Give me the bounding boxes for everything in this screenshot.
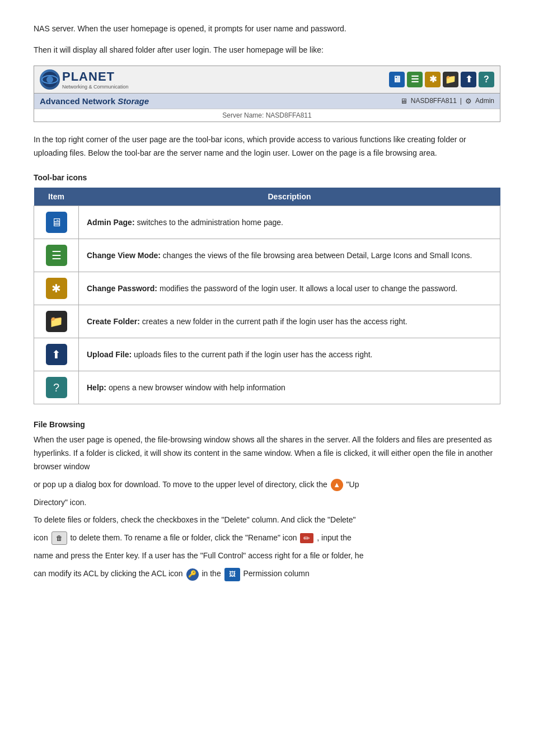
description-text: In the top right corner of the user page… <box>34 133 500 160</box>
acl-icon-inline: 🔑 <box>186 568 199 581</box>
toolbar-icon-view: ☰ <box>34 239 79 272</box>
toolbar-desc-password: Change Password: modifies the password o… <box>79 272 500 305</box>
toolbar-desc-view: Change View Mode: changes the views of t… <box>79 239 500 272</box>
file-browsing-para5: icon 🗑 to delete them. To rename a file … <box>34 531 500 545</box>
intro-line2: Then it will display all shared folder a… <box>34 44 500 56</box>
toolbar-icon-folder: 📁 <box>34 305 79 338</box>
file-browsing-para4: To delete files or folders, check the ch… <box>34 514 500 527</box>
homepage-preview-box: PLANET Networking & Communication 🖥 ☰ ✱ … <box>34 66 500 122</box>
admin-icon-box: 🖥 <box>46 212 67 233</box>
toolbar-table-row: ?Help: opens a new browser window with h… <box>34 371 500 404</box>
tb-help-icon: ? <box>479 72 494 87</box>
file-browsing-para2: or pop up a dialog box for download. To … <box>34 478 500 492</box>
toolbar-icon-help: ? <box>34 371 79 404</box>
file-browsing-para6: name and press the Enter key. If a user … <box>34 549 500 563</box>
planet-logo: PLANET Networking & Communication <box>40 69 129 90</box>
up-directory-icon: ▲ <box>331 479 343 491</box>
file-browsing-title: File Browsing <box>34 420 500 429</box>
file-browsing-para1: When the user page is opened, the file-b… <box>34 433 500 473</box>
svg-point-2 <box>46 76 53 83</box>
toolbar-table-row: 🖥Admin Page: switches to the administrat… <box>34 206 500 239</box>
toolbar-desc-folder: Create Folder: creates a new folder in t… <box>79 305 500 338</box>
upload-icon-box: ⬆ <box>46 344 67 365</box>
tb-view-icon: ☰ <box>407 72 423 87</box>
file-browsing-para7: can modify its ACL by clicking the ACL i… <box>34 567 500 581</box>
homepage-header: PLANET Networking & Communication 🖥 ☰ ✱ … <box>34 66 500 94</box>
toolbar-icon-admin: 🖥 <box>34 206 79 239</box>
tb-admin-icon: 🖥 <box>389 72 405 87</box>
tb-upload-icon: ⬆ <box>461 72 476 87</box>
file-browsing-para3: Directory" icon. <box>34 496 500 510</box>
toolbar-desc-help: Help: opens a new browser window with he… <box>79 371 500 404</box>
toolbar-table-row: ☰Change View Mode: changes the views of … <box>34 239 500 272</box>
homepage-title: Advanced Network Storage <box>40 96 149 106</box>
homepage-subheader: Advanced Network Storage 🖥 NASD8FFA811 |… <box>34 94 500 109</box>
file-browsing-section: File Browsing When the user page is open… <box>34 420 500 581</box>
toolbar-icon-password: ✱ <box>34 272 79 305</box>
col-header-description: Description <box>79 188 500 206</box>
toolbar-table: Item Description 🖥Admin Page: switches t… <box>34 188 500 404</box>
col-header-item: Item <box>34 188 79 206</box>
toolbar-icons-preview: 🖥 ☰ ✱ 📁 ⬆ ? <box>389 72 494 87</box>
folder-icon-box: 📁 <box>46 311 67 332</box>
intro-line1: NAS server. When the user homepage is op… <box>34 22 500 35</box>
toolbar-icon-upload: ⬆ <box>34 338 79 371</box>
toolbar-table-row: 📁Create Folder: creates a new folder in … <box>34 305 500 338</box>
toolbar-desc-upload: Upload File: uploads files to the curren… <box>79 338 500 371</box>
toolbar-table-row: ⬆Upload File: uploads files to the curre… <box>34 338 500 371</box>
help-icon-box: ? <box>46 377 67 398</box>
permission-col-icon: 🖼 <box>224 568 240 581</box>
rename-icon-inline: ✏ <box>300 533 313 543</box>
brand-tagline: Networking & Communication <box>62 84 129 90</box>
tb-password-icon: ✱ <box>425 72 441 87</box>
toolbar-table-row: ✱Change Password: modifies the password … <box>34 272 500 305</box>
server-info: 🖥 NASD8FFA811 | ⚙ Admin <box>400 97 494 105</box>
brand-name: PLANET <box>62 69 129 84</box>
password-icon-box: ✱ <box>46 278 67 299</box>
toolbar-section-title: Tool-bar icons <box>34 173 500 182</box>
planet-logo-text: PLANET Networking & Communication <box>62 69 129 90</box>
delete-icon-inline: 🗑 <box>51 531 67 545</box>
toolbar-desc-admin: Admin Page: switches to the administrati… <box>79 206 500 239</box>
planet-logo-icon <box>40 69 60 90</box>
homepage-servername: Server Name: NASD8FFA811 <box>34 109 500 122</box>
view-icon-box: ☰ <box>46 245 67 266</box>
tb-folder-icon: 📁 <box>443 72 458 87</box>
